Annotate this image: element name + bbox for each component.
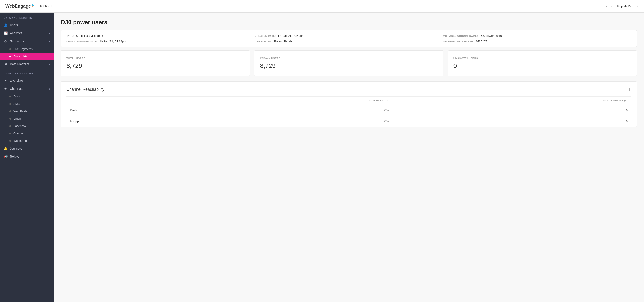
channels-icon: ✳ — [4, 87, 8, 90]
meta-created-by-label: CREATED BY: — [255, 40, 272, 43]
reach-col-reachability: REACHABILITY — [186, 97, 392, 105]
meta-last-computed-label: LAST COMPUTED DATE: — [66, 40, 98, 43]
logo-web: Web — [5, 4, 15, 9]
push-dot — [10, 96, 11, 97]
total-users-label: TOTAL USERS — [66, 57, 244, 60]
whatsapp-label: WhatsApp — [14, 139, 27, 142]
sidebar-item-channels[interactable]: ✳ Channels ▴ — [0, 85, 54, 93]
known-users-value: 8,729 — [260, 62, 438, 69]
facebook-label: Facebook — [14, 124, 26, 128]
meta-section: TYPE: Static List (Mixpanel) CREATED DAT… — [61, 30, 637, 47]
project-selector[interactable]: RPTest1 ▾ — [40, 5, 54, 8]
project-chevron-icon: ▾ — [54, 5, 54, 8]
logo-engage: Engage — [15, 4, 31, 9]
sidebar-item-sms[interactable]: SMS — [0, 100, 54, 107]
facebook-dot — [10, 125, 11, 127]
meta-mixpanel-project-value: 1425237 — [476, 40, 487, 43]
reachability-section: Channel Reachability ⬇ REACHABILITY REAC… — [61, 81, 637, 127]
static-lists-label: Static Lists — [14, 55, 28, 58]
live-segments-dot — [10, 48, 11, 50]
sidebar-item-whatsapp[interactable]: WhatsApp — [0, 137, 54, 144]
sidebar-item-segments[interactable]: ◎ Segments ▴ — [0, 37, 54, 45]
sidebar-item-analytics[interactable]: 📈 Analytics ▾ — [0, 29, 54, 37]
logo: WebEngage🐦 — [5, 4, 35, 9]
sidebar-item-google[interactable]: Google — [0, 130, 54, 137]
meta-last-computed: LAST COMPUTED DATE: 19 Aug '21, 04:13pm — [66, 40, 255, 43]
sidebar-item-overview[interactable]: 👁 Overview — [0, 77, 54, 85]
sidebar-item-users[interactable]: 👤 Users — [0, 21, 54, 29]
reachability-table: REACHABILITY REACHABILITY (#) Push 0% 0 … — [66, 96, 631, 127]
relays-label: Relays — [10, 155, 50, 159]
meta-created-date-label: CREATED DATE: — [255, 35, 276, 37]
live-segments-label: Live Segments — [14, 47, 33, 51]
analytics-icon: 📈 — [4, 31, 8, 35]
help-chevron-icon: ▾ — [611, 5, 613, 8]
reachability-title: Channel Reachability — [66, 87, 104, 92]
meta-row-2: LAST COMPUTED DATE: 19 Aug '21, 04:13pm … — [66, 40, 631, 43]
content-area: D30 power users TYPE: Static List (Mixpa… — [54, 13, 644, 302]
user-menu-button[interactable]: Rajesh Parab ▾ — [617, 5, 639, 8]
stat-card-total-users: TOTAL USERS 8,729 — [61, 50, 250, 76]
web-push-label: Web Push — [14, 109, 27, 113]
meta-created-date: CREATED DATE: 17 Aug '21, 10:40pm — [255, 34, 443, 37]
logo-text: WebEngage🐦 — [5, 4, 35, 9]
overview-label: Overview — [10, 79, 50, 82]
known-users-label: KNOWN USERS — [260, 57, 438, 60]
segments-expand-icon: ▴ — [49, 40, 50, 43]
reach-table-row: In-app 0% 0 — [66, 116, 631, 127]
journeys-icon: 🔔 — [4, 147, 8, 150]
sms-dot — [10, 103, 11, 105]
header-right: Help ▾ Rajesh Parab ▾ — [604, 5, 639, 8]
sidebar-item-push[interactable]: Push — [0, 93, 54, 100]
reach-channel-name: In-app — [66, 116, 186, 127]
total-users-value: 8,729 — [66, 62, 244, 69]
segments-label: Segments — [10, 39, 47, 43]
stat-card-unknown-users: UNKNOWN USERS 0 — [448, 50, 637, 76]
meta-row-1: TYPE: Static List (Mixpanel) CREATED DAT… — [66, 34, 631, 37]
logo-bird-icon: 🐦 — [31, 4, 35, 7]
segments-icon: ◎ — [4, 39, 8, 43]
meta-created-by-value: Rajesh Parab — [274, 40, 292, 43]
reach-reachability-pct: 0% — [186, 105, 392, 116]
meta-mixpanel-project-label: MIXPANEL PROJECT ID: — [443, 40, 474, 43]
reachability-header: Channel Reachability ⬇ — [66, 87, 631, 92]
user-chevron-icon: ▾ — [637, 5, 639, 8]
static-lists-dot — [10, 56, 11, 57]
meta-mixpanel-cohort-label: MIXPANEL COHORT NAME: — [443, 35, 478, 37]
push-label: Push — [14, 95, 20, 98]
section-data-insights: DATA AND INSIGHTS — [0, 13, 54, 21]
section-campaign-manager: CAMPAIGN MANAGER — [0, 68, 54, 77]
web-push-dot — [10, 110, 11, 112]
email-dot — [10, 118, 11, 120]
reach-col-channel — [66, 97, 186, 105]
sidebar-item-relays[interactable]: 📢 Relays — [0, 153, 54, 161]
reach-table-row: Push 0% 0 — [66, 105, 631, 116]
email-label: Email — [14, 117, 21, 120]
stats-row: TOTAL USERS 8,729 KNOWN USERS 8,729 UNKN… — [61, 50, 637, 76]
help-button[interactable]: Help ▾ — [604, 5, 613, 8]
sidebar-item-data-platform[interactable]: 🗄 Data Platform ▾ — [0, 60, 54, 68]
meta-type: TYPE: Static List (Mixpanel) — [66, 34, 255, 37]
sidebar-item-facebook[interactable]: Facebook — [0, 122, 54, 130]
reach-reachability-pct: 0% — [186, 116, 392, 127]
meta-type-label: TYPE: — [66, 35, 74, 37]
journeys-label: Journeys — [10, 147, 50, 150]
meta-created-date-value: 17 Aug '21, 10:40pm — [278, 34, 304, 37]
data-platform-label: Data Platform — [10, 62, 47, 66]
sidebar-item-journeys[interactable]: 🔔 Journeys — [0, 144, 54, 153]
meta-mixpanel-cohort: MIXPANEL COHORT NAME: D30 power users — [443, 34, 631, 37]
users-label: Users — [10, 23, 50, 27]
top-header: WebEngage🐦 RPTest1 ▾ Help ▾ Rajesh Parab… — [0, 0, 644, 13]
reach-reachability-count: 0 — [392, 105, 631, 116]
meta-last-computed-value: 19 Aug '21, 04:13pm — [100, 40, 126, 43]
unknown-users-value: 0 — [454, 62, 631, 69]
sidebar-item-static-lists[interactable]: Static Lists — [0, 53, 54, 60]
reach-channel-name: Push — [66, 105, 186, 116]
unknown-users-label: UNKNOWN USERS — [454, 57, 631, 60]
sidebar-item-live-segments[interactable]: Live Segments — [0, 45, 54, 53]
sidebar-item-web-push[interactable]: Web Push — [0, 107, 54, 115]
reach-reachability-count: 0 — [392, 116, 631, 127]
download-icon[interactable]: ⬇ — [628, 87, 631, 92]
meta-created-by: CREATED BY: Rajesh Parab — [255, 40, 443, 43]
sidebar-item-email[interactable]: Email — [0, 115, 54, 122]
